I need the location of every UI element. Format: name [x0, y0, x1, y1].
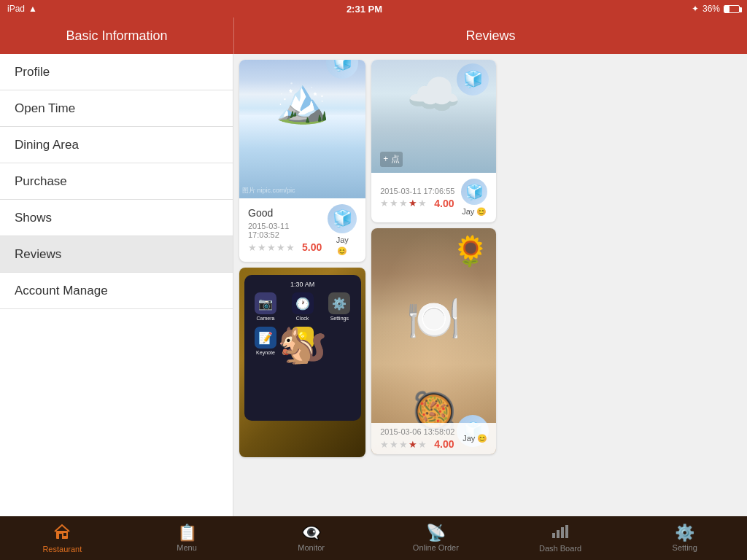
- svg-rect-6: [565, 525, 568, 538]
- review-image-4: 🌻 🥘 🧊 2015-03-06 13:58:02: [371, 228, 496, 454]
- review-body-1: Good 2015-03-11 17:03:52 ★ ★ ★ ★ ★ 5.00: [239, 198, 365, 262]
- phone-app-camera: 📷 Camera: [255, 292, 276, 321]
- svg-rect-2: [63, 533, 66, 536]
- sidebar-item-reviews[interactable]: Reviews: [0, 236, 233, 273]
- battery-label: 36%: [703, 4, 720, 14]
- phone-app-keynote: 📝 Keynote: [255, 327, 276, 355]
- star-2-5: ★: [418, 198, 427, 209]
- reviewer-name-4: Jay 😊: [462, 434, 487, 443]
- tab-menu[interactable]: 📋 Menu: [125, 516, 249, 560]
- sidebar-item-profile[interactable]: Profile: [0, 54, 233, 90]
- tab-label-dash-board: Dash Board: [539, 544, 581, 553]
- stars-2: ★ ★ ★ ★ ★: [380, 198, 427, 209]
- sidebar-item-purchase[interactable]: Purchase: [0, 163, 233, 200]
- review-bottom-4-inner: 2015-03-06 13:58:02 ★ ★ ★ ★ ★: [380, 427, 487, 450]
- sidebar-label-dining-area: Dining Area: [15, 138, 79, 152]
- time-label: 2:31 PM: [347, 4, 382, 15]
- review-col-right: 🧊 + 点 2015-03-11 17:06:55 ★ ★ ★ ★ ★: [371, 60, 496, 510]
- sidebar-label-profile: Profile: [15, 65, 50, 79]
- sidebar-item-shows[interactable]: Shows: [0, 200, 233, 236]
- review-card-4[interactable]: 🌻 🥘 🧊 2015-03-06 13:58:02: [371, 228, 496, 454]
- tab-restaurant[interactable]: Restaurant: [0, 516, 125, 560]
- tab-label-menu: Menu: [177, 543, 197, 552]
- review-col-left: 图片 nipic.com/pic 🧊 Good 2015-03-11 17:03…: [239, 60, 365, 510]
- sidebar-label-shows: Shows: [15, 211, 52, 225]
- sidebar-item-account-manage[interactable]: Account Manage: [0, 273, 233, 309]
- star-4-3: ★: [399, 439, 408, 450]
- reviewer-name-2: Jay 😊: [462, 207, 487, 217]
- review-text-2: + 点: [380, 152, 402, 167]
- tab-label-online-order: Online Order: [413, 543, 459, 552]
- reviewer-avatar-1: [328, 204, 357, 233]
- dash-board-icon: [551, 524, 569, 542]
- review-date-4: 2015-03-06 13:58:02: [380, 427, 454, 436]
- review-meta-1: Good 2015-03-11 17:03:52 ★ ★ ★ ★ ★ 5.00: [248, 207, 322, 253]
- app-header: Basic Information Reviews: [0, 18, 747, 54]
- star-1-3: ★: [267, 242, 276, 253]
- star-1-4: ★: [276, 242, 285, 253]
- restaurant-icon: [53, 523, 71, 542]
- phone-overlay: 1:30 AM 📷 Camera 🕐 Clock ⚙️: [244, 275, 361, 421]
- wifi-icon: ▲: [28, 4, 37, 14]
- review-meta-4: 2015-03-06 13:58:02 ★ ★ ★ ★ ★: [380, 427, 454, 450]
- sidebar-item-open-time[interactable]: Open Time: [0, 90, 233, 127]
- stars-1: ★ ★ ★ ★ ★: [248, 242, 295, 253]
- review-comment-1: Good: [248, 207, 322, 219]
- review-image-3: 1:30 AM 📷 Camera 🕐 Clock ⚙️: [239, 268, 365, 457]
- sunflower-decoration: 🌻: [452, 234, 489, 268]
- header-right-title: Reviews: [234, 28, 747, 44]
- sidebar-item-dining-area[interactable]: Dining Area: [0, 127, 233, 163]
- reviewer-2: 🧊 Jay 😊: [461, 179, 487, 217]
- tab-label-monitor: Monitor: [298, 543, 325, 552]
- star-2-3: ★: [399, 198, 408, 209]
- sidebar-label-purchase: Purchase: [15, 174, 67, 189]
- reviewer-avatar-2: 🧊: [461, 179, 487, 205]
- svg-rect-3: [552, 533, 555, 538]
- review-card-2[interactable]: 🧊 + 点 2015-03-11 17:06:55 ★ ★ ★ ★ ★: [371, 60, 496, 222]
- review-stars-2: ★ ★ ★ ★ ★ 4.00: [380, 198, 454, 209]
- star-4-1: ★: [380, 439, 389, 450]
- review-bottom-4-bar: 2015-03-06 13:58:02 ★ ★ ★ ★ ★: [371, 423, 496, 454]
- review-score-2: 4.00: [434, 198, 454, 209]
- reviewer-emoji-1: 😊: [337, 246, 347, 256]
- tab-monitor[interactable]: 👁‍🗨 Monitor: [249, 516, 374, 560]
- star-4-5: ★: [418, 439, 427, 450]
- tab-dash-board[interactable]: Dash Board: [498, 516, 623, 560]
- star-1-5: ★: [286, 242, 295, 253]
- tab-bar: Restaurant 📋 Menu 👁‍🗨 Monitor 📡 Online O…: [0, 516, 747, 560]
- main-layout: Profile Open Time Dining Area Purchase S…: [0, 54, 747, 516]
- review-stars-4: ★ ★ ★ ★ ★ 4.00: [380, 438, 454, 450]
- review-date-2: 2015-03-11 17:06:55: [380, 187, 454, 195]
- sidebar-label-open-time: Open Time: [15, 101, 75, 116]
- review-card-3[interactable]: 1:30 AM 📷 Camera 🕐 Clock ⚙️: [239, 268, 365, 457]
- review-card-1[interactable]: 图片 nipic.com/pic 🧊 Good 2015-03-11 17:03…: [239, 60, 365, 262]
- sidebar-label-reviews: Reviews: [15, 247, 61, 262]
- svg-rect-5: [561, 527, 564, 538]
- bluetooth-icon: ✦: [692, 4, 699, 14]
- svg-rect-4: [557, 530, 560, 538]
- tab-label-restaurant: Restaurant: [42, 545, 82, 553]
- star-1-2: ★: [258, 242, 266, 253]
- monitor-icon: 👁‍🗨: [301, 525, 321, 541]
- review-image-2: 🧊 + 点: [371, 60, 496, 173]
- star-4-2: ★: [390, 439, 398, 450]
- avatar-card1: 🧊: [326, 60, 358, 79]
- reviewer-name-1: Jay: [336, 236, 349, 244]
- stars-4: ★ ★ ★ ★ ★: [380, 439, 427, 450]
- phone-app-tips: 💡 Tips: [292, 327, 314, 355]
- review-date-1: 2015-03-11 17:03:52: [248, 222, 322, 239]
- review-stars-1: ★ ★ ★ ★ ★ 5.00: [248, 241, 322, 253]
- reviewer-1: Jay 😊: [328, 204, 357, 256]
- setting-icon: ⚙️: [675, 525, 694, 541]
- status-right: ✦ 36%: [692, 4, 740, 14]
- tab-online-order[interactable]: 📡 Online Order: [374, 516, 498, 560]
- sidebar: Profile Open Time Dining Area Purchase S…: [0, 54, 233, 516]
- carrier-label: iPad: [7, 4, 25, 14]
- tab-setting[interactable]: ⚙️ Setting: [622, 516, 747, 560]
- svg-rect-1: [59, 534, 62, 539]
- phone-app-settings: ⚙️ Settings: [328, 292, 350, 321]
- review-meta-2: 2015-03-11 17:06:55 ★ ★ ★ ★ ★ 4.00: [380, 187, 454, 209]
- menu-icon: 📋: [177, 525, 197, 541]
- avatar-card2-top: 🧊: [457, 63, 489, 96]
- star-2-4: ★: [409, 198, 417, 209]
